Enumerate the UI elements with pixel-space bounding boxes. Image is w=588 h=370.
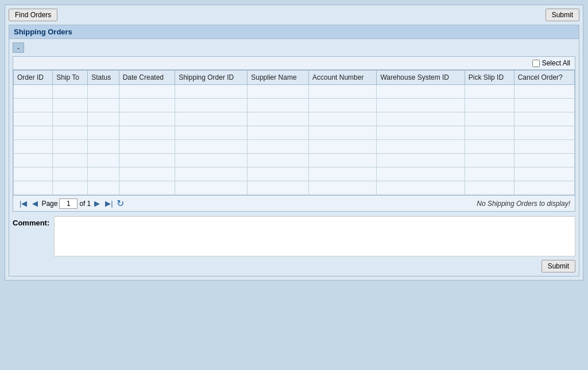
total-pages: 1	[87, 200, 91, 208]
select-all-checkbox[interactable]	[532, 60, 540, 67]
orders-table: Order ID Ship To Status Date Created Shi…	[13, 70, 575, 195]
section-title: Shipping Orders	[14, 28, 72, 36]
last-page-button[interactable]: ▶|	[103, 198, 114, 208]
col-status: Status	[88, 71, 119, 85]
top-bar: Find Orders Submit	[9, 9, 579, 21]
col-date-created: Date Created	[119, 71, 175, 85]
select-all-label: Select All	[542, 59, 570, 67]
col-warehouse-system-id: Warehouse System ID	[377, 71, 465, 85]
col-account-number: Account Number	[309, 71, 377, 85]
main-container: Find Orders Submit Shipping Orders - Sel…	[5, 5, 583, 281]
empty-row	[14, 126, 575, 140]
col-cancel-order: Cancel Order?	[514, 71, 574, 85]
table-body	[14, 85, 575, 195]
empty-row	[14, 168, 575, 181]
collapse-icon: -	[17, 44, 20, 51]
table-header: Order ID Ship To Status Date Created Shi…	[14, 71, 575, 85]
comment-section: Comment:	[13, 216, 575, 256]
pagination-bar: |◀ ◀ Page of 1 ▶ ▶| ↻ No Shipping Orders…	[13, 195, 575, 211]
empty-row	[14, 99, 575, 112]
shipping-orders-header: Shipping Orders	[9, 25, 579, 39]
first-page-button[interactable]: |◀	[18, 198, 29, 208]
empty-row	[14, 140, 575, 154]
section-body: - Select All Order ID Ship To Status	[9, 39, 579, 276]
col-pick-slip-id: Pick Slip ID	[465, 71, 514, 85]
table-container: Select All Order ID Ship To Status Date …	[13, 56, 575, 212]
page-number-input[interactable]	[59, 198, 78, 209]
collapse-button[interactable]: -	[13, 42, 24, 53]
prev-page-button[interactable]: ◀	[30, 198, 40, 208]
col-order-id: Order ID	[14, 71, 53, 85]
empty-row	[14, 154, 575, 168]
comment-textarea[interactable]	[54, 216, 575, 256]
pagination-left: |◀ ◀ Page of 1 ▶ ▶| ↻	[18, 198, 124, 209]
find-orders-button[interactable]: Find Orders	[9, 9, 57, 21]
page-label: Page	[41, 200, 57, 208]
col-shipping-order-id: Shipping Order ID	[175, 71, 247, 85]
bottom-submit-button[interactable]: Submit	[541, 260, 575, 272]
comment-label: Comment:	[13, 216, 49, 227]
empty-row	[14, 112, 575, 126]
col-ship-to: Ship To	[53, 71, 88, 85]
bottom-submit-row: Submit	[13, 260, 575, 272]
shipping-orders-panel: Shipping Orders - Select All Order ID	[9, 25, 579, 276]
of-label: of	[79, 200, 85, 208]
select-all-row: Select All	[13, 57, 575, 70]
no-data-message: No Shipping Orders to display!	[477, 200, 570, 208]
next-page-button[interactable]: ▶	[92, 198, 102, 208]
top-submit-button[interactable]: Submit	[546, 9, 579, 21]
col-supplier-name: Supplier Name	[247, 71, 309, 85]
empty-row	[14, 181, 575, 195]
empty-row	[14, 85, 575, 99]
refresh-icon[interactable]: ↻	[117, 198, 124, 209]
